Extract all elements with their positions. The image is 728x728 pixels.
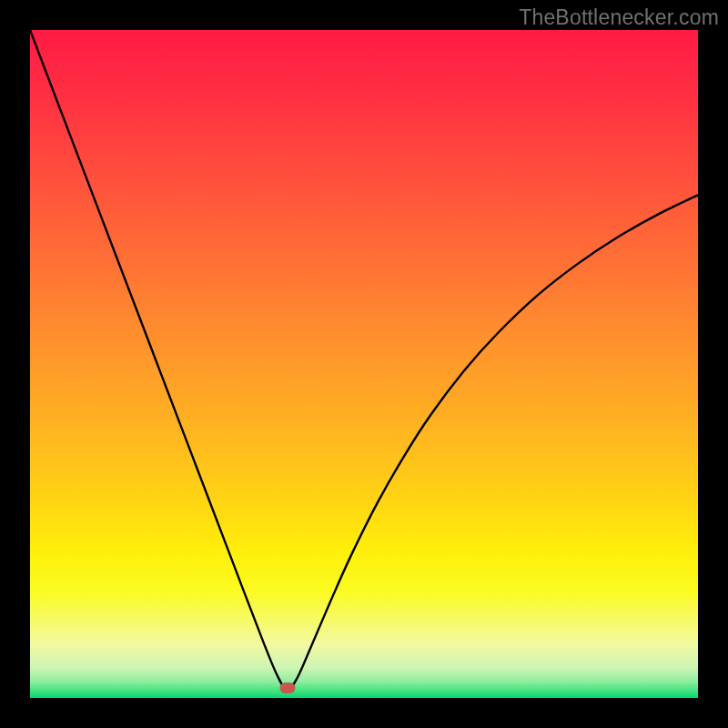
chart-stage: TheBottlenecker.com [0,0,728,728]
watermark-text: TheBottlenecker.com [519,5,719,30]
plot-area [30,30,698,698]
bottleneck-curve [30,30,698,698]
optimal-point-marker [279,682,295,693]
